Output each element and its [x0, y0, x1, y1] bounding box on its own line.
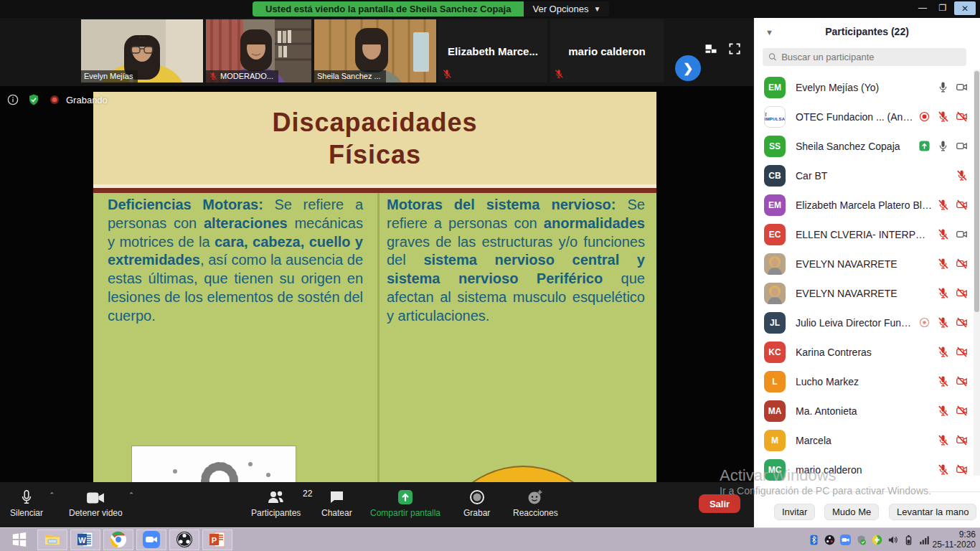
video-tile[interactable]: Sheila Sanchez ...: [314, 19, 436, 83]
toolbar-silenciar-button[interactable]: Silenciar⌃: [10, 487, 43, 518]
participant-row[interactable]: EVELYN NAVARRETE: [754, 249, 975, 278]
toolbar-compartir-pantalla-button[interactable]: Compartir pantalla: [370, 487, 440, 518]
meeting-toolbar: Salir Silenciar⌃Detener video⌃Participan…: [0, 482, 753, 527]
toolbar-label: Silenciar: [10, 508, 43, 518]
tray-shield-icon[interactable]: [856, 534, 867, 545]
mic-muted-icon: [937, 434, 949, 446]
video-tile[interactable]: Elizabeth Marce...: [438, 19, 547, 83]
cam-muted-icon: [956, 434, 968, 446]
tile-name-label: Sheila Sanchez ...: [314, 70, 386, 83]
participant-status-icons: [937, 463, 968, 476]
taskbar-app-word[interactable]: W: [70, 529, 100, 550]
chevron-down-icon: ▼: [594, 5, 601, 13]
leave-meeting-button[interactable]: Salir: [699, 494, 740, 513]
slide-text-segment: alteraciones: [204, 215, 288, 231]
video-icon: [86, 490, 105, 506]
slide-bullet-oval: ParálisisParálisis de una extremidad inf…: [427, 466, 619, 482]
info-icon[interactable]: [7, 94, 19, 105]
taskbar-apps: WP: [3, 529, 234, 550]
mic-muted-icon: [554, 69, 564, 79]
toolbar-grabar-button[interactable]: Grabar: [463, 487, 490, 518]
taskbar-app-zoom[interactable]: [136, 529, 166, 550]
taskbar-app-obs[interactable]: [169, 529, 199, 550]
recording-outline-icon: [918, 316, 930, 329]
participant-row[interactable]: EMEvelyn Mejías (Yo): [754, 72, 975, 102]
smiley-icon: [527, 489, 544, 506]
video-tile[interactable]: Evelyn Mejías: [81, 19, 203, 83]
video-tile[interactable]: MODERADO...: [206, 19, 311, 83]
fullscreen-icon[interactable]: [727, 42, 742, 56]
slide-title: Discapacidades Físicas: [93, 92, 656, 184]
next-page-button[interactable]: ❯: [675, 55, 701, 81]
tile-name-label: Evelyn Mejías: [81, 70, 138, 83]
participant-status-icons: [937, 375, 968, 387]
participant-name: Ma. Antonieta: [796, 405, 933, 417]
close-button[interactable]: ✕: [954, 1, 976, 15]
participant-row[interactable]: MCmario calderon: [754, 455, 975, 484]
participant-row[interactable]: ⸾IMPULSAOTEC Fundacion ... (Anfitrión): [754, 102, 975, 131]
gallery-view-icon[interactable]: [703, 42, 719, 56]
logo-text: ⸾IMPULSA: [765, 113, 785, 121]
participant-status-icons: [937, 434, 968, 446]
participant-status-icons: [918, 140, 968, 152]
invite-button[interactable]: Invitar: [774, 504, 815, 520]
participant-row[interactable]: EMElizabeth Marcela Platero Blanco: [754, 190, 975, 220]
tray-update-icon[interactable]: [872, 534, 882, 545]
mute-me-button[interactable]: Mudo Me: [824, 504, 879, 520]
participant-row[interactable]: SSSheila Sanchez Copaja: [754, 131, 975, 161]
start-button[interactable]: [4, 529, 34, 550]
tray-obs-icon[interactable]: [824, 534, 835, 545]
toolbar-participantes-button[interactable]: Participantes22: [251, 487, 301, 518]
participant-search[interactable]: [763, 48, 966, 66]
toolbar-detener-video-button[interactable]: Detener video⌃: [69, 487, 123, 518]
taskbar-clock[interactable]: 9:36 25-11-2020: [933, 529, 976, 550]
security-shield-icon[interactable]: [27, 93, 40, 106]
tile-name-text: Elizabeth Marce...: [448, 45, 538, 57]
svg-text:W: W: [78, 536, 86, 545]
search-input[interactable]: [781, 52, 961, 62]
participant-status-icons: [937, 228, 968, 240]
tray-volume-icon[interactable]: [887, 534, 898, 545]
taskbar-app-powerpoint[interactable]: P: [202, 529, 232, 550]
participants-scrollbar[interactable]: [974, 70, 980, 476]
video-tile[interactable]: mario calderon: [550, 19, 664, 83]
participant-row[interactable]: JLJulio Leiva Director Fundaci...: [754, 308, 975, 337]
cam-on-icon: [956, 228, 968, 240]
cam-muted-icon: [956, 346, 968, 358]
view-options-button[interactable]: Ver Opciones ▼: [524, 1, 609, 17]
participant-row[interactable]: EVELYN NAVARRETE: [754, 278, 975, 308]
chevron-up-icon[interactable]: ⌃: [128, 491, 134, 499]
minimize-button[interactable]: —: [913, 0, 933, 16]
chevron-up-icon[interactable]: ⌃: [49, 491, 55, 499]
taskbar-app-explorer[interactable]: [37, 529, 67, 550]
maximize-button[interactable]: ❐: [933, 0, 953, 16]
windows-taskbar: WP 9:36 25-11-2020: [0, 527, 980, 551]
participant-row[interactable]: KCKarina Contreras: [754, 337, 975, 367]
taskbar-app-chrome[interactable]: [103, 529, 133, 550]
participant-name: Sheila Sanchez Copaja: [796, 141, 914, 152]
raise-hand-button[interactable]: Levantar la mano: [889, 504, 976, 520]
participant-initials-avatar: CB: [764, 165, 786, 187]
system-tray: [809, 528, 930, 551]
tray-bluetooth-icon[interactable]: [809, 534, 819, 545]
tile-name-text: Sheila Sanchez ...: [317, 72, 381, 80]
participant-row[interactable]: CBCar BT: [754, 161, 975, 190]
mic-muted-icon: [956, 169, 968, 182]
word-icon: W: [77, 531, 94, 548]
toolbar-chatear-button[interactable]: Chatear: [321, 487, 352, 518]
participant-row[interactable]: ECELLEN CLVERIA- INTERPRETE LS...: [754, 220, 975, 249]
tray-network-icon[interactable]: [919, 534, 930, 545]
participant-row[interactable]: MAMa. Antonieta: [754, 396, 975, 425]
participant-row[interactable]: LLucho Markez: [754, 367, 975, 396]
toolbar-label: Grabar: [463, 508, 490, 518]
participants-header: ▼ Participantes (22): [754, 24, 980, 42]
tray-zoom-icon[interactable]: [840, 534, 851, 545]
participant-row[interactable]: MMarcela: [754, 425, 975, 455]
toolbar-reacciones-button[interactable]: Reacciones: [513, 487, 558, 518]
mic-icon: [19, 489, 34, 506]
mic-muted-icon: [442, 69, 452, 79]
tray-power-icon[interactable]: [903, 534, 914, 545]
recording-icon: [918, 110, 930, 123]
scrollbar-thumb[interactable]: [974, 71, 979, 312]
mic-muted-icon: [937, 199, 949, 211]
